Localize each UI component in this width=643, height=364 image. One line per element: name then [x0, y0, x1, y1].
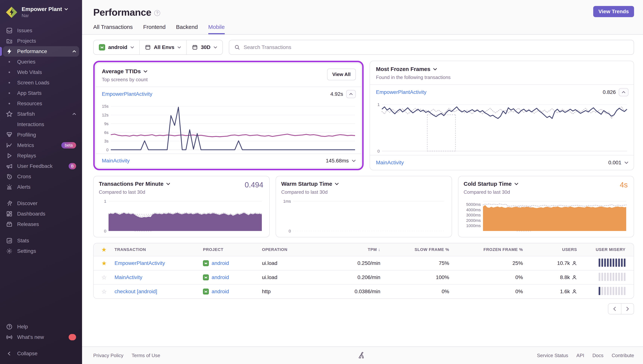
sidebar-item-replays[interactable]: Replays — [3, 150, 79, 161]
collapse-row-button[interactable] — [346, 90, 356, 98]
sidebar-item-performance[interactable]: Performance — [3, 46, 79, 57]
sidebar-item-help[interactable]: Help — [3, 322, 79, 332]
svg-text:12s: 12s — [102, 113, 109, 118]
bullet-icon — [6, 61, 13, 62]
col-slow-frame[interactable]: SLOW FRAME % — [383, 247, 452, 252]
chevron-down-icon[interactable] — [624, 161, 628, 164]
service-status-link[interactable]: Service Status — [537, 353, 568, 358]
chevron-up-icon — [72, 50, 76, 52]
sidebar-item-label: Profiling — [17, 132, 36, 138]
sidebar-item-discover[interactable]: Discover — [3, 198, 79, 209]
contribute-link[interactable]: Contribute — [612, 353, 634, 358]
privacy-policy-link[interactable]: Privacy Policy — [93, 353, 123, 358]
sidebar-item-dashboards[interactable]: Dashboards — [3, 209, 79, 219]
tpm-title[interactable]: Transactions Per Minute — [99, 181, 264, 187]
sidebar-item-crons[interactable]: Crons — [3, 172, 79, 182]
api-link[interactable]: API — [576, 353, 584, 358]
warm-startup-title[interactable]: Warm Startup Time — [281, 181, 446, 187]
terms-of-use-link[interactable]: Terms of Use — [132, 353, 160, 358]
svg-text:6s: 6s — [104, 130, 109, 135]
bullet-icon — [6, 72, 13, 73]
help-circle-icon[interactable]: ? — [154, 10, 160, 16]
sidebar-item-releases[interactable]: Releases — [3, 219, 79, 230]
col-frozen-frame[interactable]: FROZEN FRAME % — [452, 247, 525, 252]
collapse-button[interactable]: Collapse — [3, 348, 79, 359]
transaction-link[interactable]: MainActivity — [102, 158, 130, 164]
tab-frontend[interactable]: Frontend — [143, 24, 166, 34]
search-transactions-box[interactable] — [229, 40, 634, 55]
star-toggle-icon[interactable]: ☆ — [96, 288, 112, 295]
sentry-logo-icon[interactable] — [359, 352, 367, 359]
sidebar-item-profiling[interactable]: Profiling — [3, 130, 79, 140]
docs-link[interactable]: Docs — [592, 353, 603, 358]
transaction-link[interactable]: MainActivity — [376, 160, 404, 166]
frozen-transaction-row: EmpowerPlantActivity 0.826 — [370, 85, 634, 100]
star-toggle-icon[interactable]: ★ — [96, 260, 112, 267]
col-transaction[interactable]: TRANSACTION — [112, 247, 201, 252]
project-link[interactable]: android — [211, 288, 229, 294]
chevron-down-icon — [177, 46, 181, 48]
chevron-down-icon — [130, 46, 134, 48]
chevron-down-icon[interactable] — [352, 160, 356, 162]
col-users[interactable]: USERS — [525, 247, 579, 252]
cold-startup-title[interactable]: Cold Startup Time — [464, 181, 628, 187]
previous-page-button[interactable] — [608, 304, 621, 314]
search-input[interactable] — [244, 44, 628, 50]
sidebar-item-interactions[interactable]: Interactions — [3, 119, 79, 130]
sidebar-item-label: Metrics — [17, 142, 34, 148]
svg-text:15s: 15s — [102, 104, 109, 109]
search-icon — [234, 44, 240, 50]
transaction-link[interactable]: MainActivity — [115, 274, 142, 280]
sidebar-item-queries[interactable]: Queries — [3, 57, 79, 67]
sidebar-item-web-vitals[interactable]: Web Vitals — [3, 67, 79, 78]
view-trends-button[interactable]: View Trends — [593, 6, 634, 17]
transactions-table: ★ TRANSACTION PROJECT OPERATION TPM ↓ SL… — [93, 243, 634, 299]
sidebar-item-stats[interactable]: Stats — [3, 236, 79, 246]
org-subtitle: Nar — [22, 13, 68, 18]
frozen-value: 0.826 — [603, 89, 616, 95]
transaction-link[interactable]: EmpowerPlantActivity — [376, 89, 427, 95]
warm-startup-subtitle: Compared to last 30d — [281, 189, 446, 195]
star-icon — [6, 111, 13, 117]
sidebar-item-user-feedback[interactable]: User Feedback B — [3, 161, 79, 172]
sidebar-item-app-starts[interactable]: App Starts — [3, 88, 79, 98]
megaphone-icon — [6, 163, 13, 170]
tpm-cell: 0.206/min — [324, 274, 383, 280]
date-range-filter[interactable]: 30D — [186, 40, 222, 54]
tab-backend[interactable]: Backend — [176, 24, 198, 34]
sidebar-item-alerts[interactable]: Alerts — [3, 182, 79, 192]
tab-all-transactions[interactable]: All Transactions — [93, 24, 133, 34]
sidebar-item-starfish[interactable]: Starfish — [3, 109, 79, 119]
environment-filter[interactable]: All Envs — [139, 40, 186, 54]
project-link[interactable]: android — [211, 260, 229, 266]
project-link[interactable]: android — [211, 274, 229, 280]
col-tpm[interactable]: TPM ↓ — [324, 247, 383, 252]
most-frozen-frames-title[interactable]: Most Frozen Frames — [376, 66, 628, 72]
svg-text:9s: 9s — [104, 122, 109, 126]
col-project[interactable]: PROJECT — [201, 247, 260, 252]
average-ttids-title[interactable]: Average TTIDs — [102, 68, 355, 74]
tab-mobile[interactable]: Mobile — [208, 24, 225, 34]
transaction-link[interactable]: EmpowerPlantActivity — [102, 91, 152, 97]
play-icon — [6, 152, 13, 159]
chevron-left-icon — [613, 306, 616, 311]
bullet-icon — [6, 103, 13, 104]
mini-widgets-row: Transactions Per Minute Compared to last… — [93, 176, 634, 237]
sidebar-item-resources[interactable]: Resources — [3, 98, 79, 109]
sidebar-item-whats-new[interactable]: What's new — [3, 332, 79, 342]
view-all-button[interactable]: View All — [327, 68, 356, 80]
transaction-link[interactable]: EmpowerPlantActivity — [115, 260, 165, 266]
sidebar-item-projects[interactable]: Projects — [3, 36, 79, 46]
org-switcher[interactable]: Empower Plant Nar — [0, 0, 82, 22]
project-filter[interactable]: android — [94, 40, 139, 54]
sidebar-item-issues[interactable]: Issues — [3, 25, 79, 36]
col-operation[interactable]: OPERATION — [260, 247, 324, 252]
next-page-button[interactable] — [621, 304, 634, 314]
star-toggle-icon[interactable]: ☆ — [96, 274, 112, 281]
sidebar-item-settings[interactable]: Settings — [3, 246, 79, 256]
sidebar-item-metrics[interactable]: Metrics beta — [3, 140, 79, 150]
collapse-row-button[interactable] — [619, 88, 628, 96]
frozen-value: 0.001 — [608, 160, 621, 166]
transaction-link[interactable]: checkout [android] — [115, 288, 157, 294]
sidebar-item-screen-loads[interactable]: Screen Loads — [3, 78, 79, 88]
